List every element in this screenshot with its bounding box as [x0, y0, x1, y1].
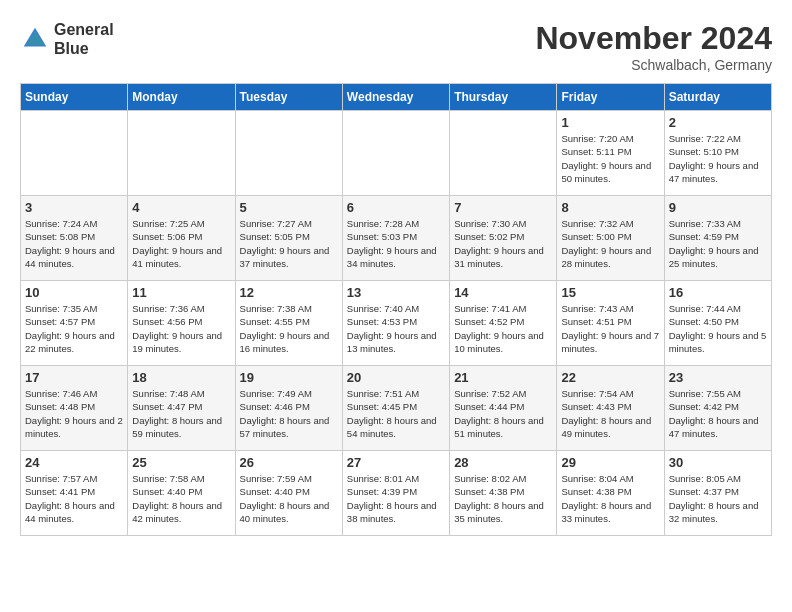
day-info: Sunrise: 8:01 AM Sunset: 4:39 PM Dayligh…: [347, 472, 445, 525]
day-cell: 30Sunrise: 8:05 AM Sunset: 4:37 PM Dayli…: [664, 451, 771, 536]
day-number: 16: [669, 285, 767, 300]
day-info: Sunrise: 7:44 AM Sunset: 4:50 PM Dayligh…: [669, 302, 767, 355]
day-number: 25: [132, 455, 230, 470]
day-info: Sunrise: 7:35 AM Sunset: 4:57 PM Dayligh…: [25, 302, 123, 355]
day-info: Sunrise: 7:30 AM Sunset: 5:02 PM Dayligh…: [454, 217, 552, 270]
day-info: Sunrise: 7:38 AM Sunset: 4:55 PM Dayligh…: [240, 302, 338, 355]
day-cell: 23Sunrise: 7:55 AM Sunset: 4:42 PM Dayli…: [664, 366, 771, 451]
day-cell: [235, 111, 342, 196]
weekday-header-tuesday: Tuesday: [235, 84, 342, 111]
day-cell: 20Sunrise: 7:51 AM Sunset: 4:45 PM Dayli…: [342, 366, 449, 451]
day-cell: 10Sunrise: 7:35 AM Sunset: 4:57 PM Dayli…: [21, 281, 128, 366]
day-info: Sunrise: 7:58 AM Sunset: 4:40 PM Dayligh…: [132, 472, 230, 525]
day-info: Sunrise: 8:04 AM Sunset: 4:38 PM Dayligh…: [561, 472, 659, 525]
day-number: 23: [669, 370, 767, 385]
week-row-2: 3Sunrise: 7:24 AM Sunset: 5:08 PM Daylig…: [21, 196, 772, 281]
weekday-header-thursday: Thursday: [450, 84, 557, 111]
day-number: 2: [669, 115, 767, 130]
day-number: 11: [132, 285, 230, 300]
day-number: 19: [240, 370, 338, 385]
day-number: 22: [561, 370, 659, 385]
logo-text: General Blue: [54, 20, 114, 58]
day-cell: 26Sunrise: 7:59 AM Sunset: 4:40 PM Dayli…: [235, 451, 342, 536]
day-info: Sunrise: 7:51 AM Sunset: 4:45 PM Dayligh…: [347, 387, 445, 440]
weekday-header-wednesday: Wednesday: [342, 84, 449, 111]
day-number: 26: [240, 455, 338, 470]
day-cell: [342, 111, 449, 196]
day-cell: 5Sunrise: 7:27 AM Sunset: 5:05 PM Daylig…: [235, 196, 342, 281]
day-cell: 19Sunrise: 7:49 AM Sunset: 4:46 PM Dayli…: [235, 366, 342, 451]
day-cell: [21, 111, 128, 196]
day-info: Sunrise: 7:22 AM Sunset: 5:10 PM Dayligh…: [669, 132, 767, 185]
day-number: 8: [561, 200, 659, 215]
day-number: 5: [240, 200, 338, 215]
day-cell: [128, 111, 235, 196]
day-info: Sunrise: 7:36 AM Sunset: 4:56 PM Dayligh…: [132, 302, 230, 355]
day-info: Sunrise: 7:32 AM Sunset: 5:00 PM Dayligh…: [561, 217, 659, 270]
day-cell: 7Sunrise: 7:30 AM Sunset: 5:02 PM Daylig…: [450, 196, 557, 281]
day-cell: 12Sunrise: 7:38 AM Sunset: 4:55 PM Dayli…: [235, 281, 342, 366]
day-cell: 29Sunrise: 8:04 AM Sunset: 4:38 PM Dayli…: [557, 451, 664, 536]
day-number: 24: [25, 455, 123, 470]
day-cell: 21Sunrise: 7:52 AM Sunset: 4:44 PM Dayli…: [450, 366, 557, 451]
day-info: Sunrise: 7:40 AM Sunset: 4:53 PM Dayligh…: [347, 302, 445, 355]
day-cell: 17Sunrise: 7:46 AM Sunset: 4:48 PM Dayli…: [21, 366, 128, 451]
day-info: Sunrise: 7:20 AM Sunset: 5:11 PM Dayligh…: [561, 132, 659, 185]
weekday-header-saturday: Saturday: [664, 84, 771, 111]
day-cell: [450, 111, 557, 196]
day-cell: 6Sunrise: 7:28 AM Sunset: 5:03 PM Daylig…: [342, 196, 449, 281]
weekday-header-monday: Monday: [128, 84, 235, 111]
logo-line1: General: [54, 20, 114, 39]
day-number: 28: [454, 455, 552, 470]
day-info: Sunrise: 7:27 AM Sunset: 5:05 PM Dayligh…: [240, 217, 338, 270]
day-number: 14: [454, 285, 552, 300]
day-number: 17: [25, 370, 123, 385]
day-cell: 15Sunrise: 7:43 AM Sunset: 4:51 PM Dayli…: [557, 281, 664, 366]
day-info: Sunrise: 7:57 AM Sunset: 4:41 PM Dayligh…: [25, 472, 123, 525]
day-cell: 11Sunrise: 7:36 AM Sunset: 4:56 PM Dayli…: [128, 281, 235, 366]
page-header: General Blue November 2024 Schwalbach, G…: [20, 20, 772, 73]
day-cell: 9Sunrise: 7:33 AM Sunset: 4:59 PM Daylig…: [664, 196, 771, 281]
day-info: Sunrise: 7:48 AM Sunset: 4:47 PM Dayligh…: [132, 387, 230, 440]
day-cell: 1Sunrise: 7:20 AM Sunset: 5:11 PM Daylig…: [557, 111, 664, 196]
day-number: 15: [561, 285, 659, 300]
day-number: 7: [454, 200, 552, 215]
day-info: Sunrise: 7:24 AM Sunset: 5:08 PM Dayligh…: [25, 217, 123, 270]
day-cell: 3Sunrise: 7:24 AM Sunset: 5:08 PM Daylig…: [21, 196, 128, 281]
day-info: Sunrise: 7:52 AM Sunset: 4:44 PM Dayligh…: [454, 387, 552, 440]
day-cell: 8Sunrise: 7:32 AM Sunset: 5:00 PM Daylig…: [557, 196, 664, 281]
day-number: 3: [25, 200, 123, 215]
day-info: Sunrise: 8:02 AM Sunset: 4:38 PM Dayligh…: [454, 472, 552, 525]
day-info: Sunrise: 7:43 AM Sunset: 4:51 PM Dayligh…: [561, 302, 659, 355]
location: Schwalbach, Germany: [535, 57, 772, 73]
day-cell: 27Sunrise: 8:01 AM Sunset: 4:39 PM Dayli…: [342, 451, 449, 536]
day-info: Sunrise: 7:25 AM Sunset: 5:06 PM Dayligh…: [132, 217, 230, 270]
day-number: 12: [240, 285, 338, 300]
day-number: 21: [454, 370, 552, 385]
week-row-4: 17Sunrise: 7:46 AM Sunset: 4:48 PM Dayli…: [21, 366, 772, 451]
day-info: Sunrise: 7:33 AM Sunset: 4:59 PM Dayligh…: [669, 217, 767, 270]
day-info: Sunrise: 7:28 AM Sunset: 5:03 PM Dayligh…: [347, 217, 445, 270]
day-number: 9: [669, 200, 767, 215]
week-row-5: 24Sunrise: 7:57 AM Sunset: 4:41 PM Dayli…: [21, 451, 772, 536]
day-number: 10: [25, 285, 123, 300]
logo: General Blue: [20, 20, 114, 58]
day-number: 13: [347, 285, 445, 300]
day-info: Sunrise: 7:54 AM Sunset: 4:43 PM Dayligh…: [561, 387, 659, 440]
day-info: Sunrise: 7:41 AM Sunset: 4:52 PM Dayligh…: [454, 302, 552, 355]
day-cell: 14Sunrise: 7:41 AM Sunset: 4:52 PM Dayli…: [450, 281, 557, 366]
day-cell: 24Sunrise: 7:57 AM Sunset: 4:41 PM Dayli…: [21, 451, 128, 536]
calendar-table: SundayMondayTuesdayWednesdayThursdayFrid…: [20, 83, 772, 536]
month-title: November 2024: [535, 20, 772, 57]
day-cell: 18Sunrise: 7:48 AM Sunset: 4:47 PM Dayli…: [128, 366, 235, 451]
day-number: 30: [669, 455, 767, 470]
day-number: 6: [347, 200, 445, 215]
logo-line2: Blue: [54, 39, 114, 58]
week-row-1: 1Sunrise: 7:20 AM Sunset: 5:11 PM Daylig…: [21, 111, 772, 196]
day-info: Sunrise: 7:59 AM Sunset: 4:40 PM Dayligh…: [240, 472, 338, 525]
day-number: 20: [347, 370, 445, 385]
logo-icon: [20, 24, 50, 54]
day-cell: 4Sunrise: 7:25 AM Sunset: 5:06 PM Daylig…: [128, 196, 235, 281]
day-cell: 22Sunrise: 7:54 AM Sunset: 4:43 PM Dayli…: [557, 366, 664, 451]
day-cell: 13Sunrise: 7:40 AM Sunset: 4:53 PM Dayli…: [342, 281, 449, 366]
